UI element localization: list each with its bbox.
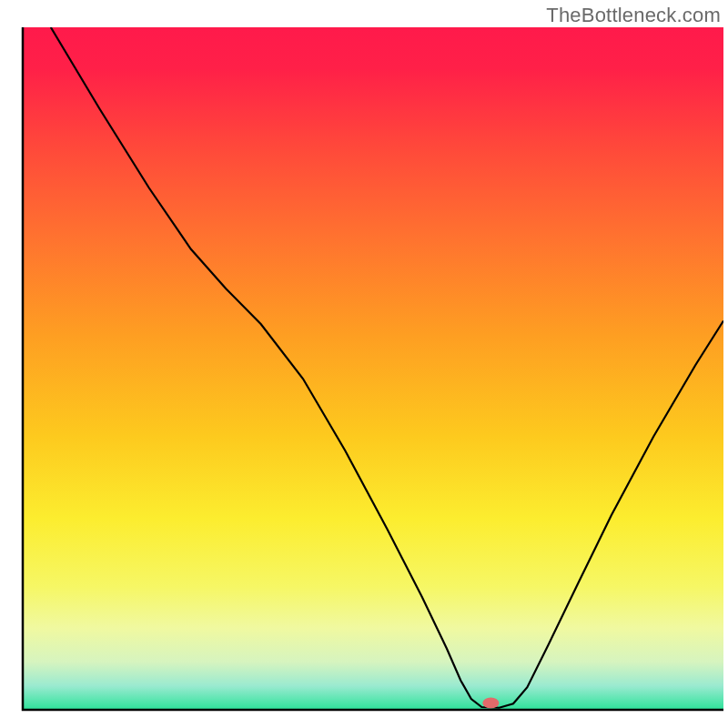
optimal-marker (482, 698, 499, 709)
plot-area (23, 27, 723, 710)
bottleneck-chart: TheBottleneck.com (0, 0, 728, 728)
chart-svg (0, 0, 728, 728)
watermark-text: TheBottleneck.com (546, 4, 721, 27)
gradient-background (23, 27, 723, 710)
